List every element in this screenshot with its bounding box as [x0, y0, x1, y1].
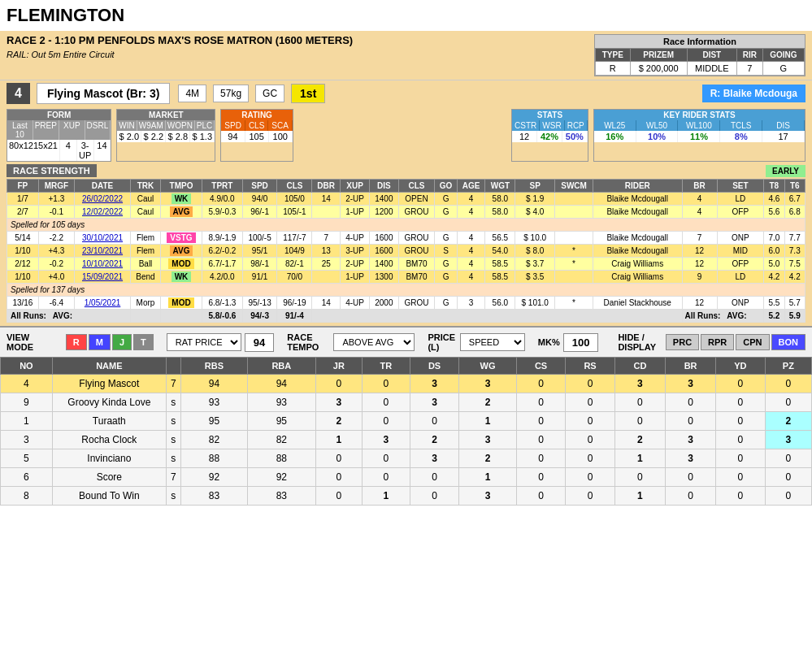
ct-val-yd: 0	[716, 412, 766, 431]
trk: Flem	[131, 232, 161, 245]
view-btn-m[interactable]: M	[89, 334, 111, 350]
dis: 1600	[370, 245, 398, 258]
ct-val-rbs: 94	[180, 375, 247, 393]
ct-val-jr: 3	[315, 393, 362, 412]
date[interactable]: 1/05/2021	[74, 297, 130, 310]
key-rider-panel: KEY RIDER STATS WL25 WL50 WL100 TCLS DIS…	[593, 109, 805, 162]
ct-val-rs: 0	[566, 393, 615, 412]
date[interactable]: 26/02/2022	[74, 193, 130, 206]
th-sp: SP	[515, 180, 555, 193]
ct-val-cs: 0	[516, 468, 566, 487]
ct-val-jr: 1	[315, 431, 362, 449]
hd-btn-cpn[interactable]: CPN	[736, 334, 769, 350]
ct-val-rbs: 93	[180, 393, 247, 412]
stats2-col-rcp: RCP	[565, 120, 588, 131]
ct-val-rs: 0	[566, 412, 615, 431]
mk-label: MK%	[538, 337, 560, 347]
date[interactable]: 15/09/2021	[74, 271, 130, 284]
ct-rbs: RBS	[180, 358, 247, 375]
age: 4	[457, 245, 485, 258]
ct-val-jr: 0	[315, 487, 362, 506]
swcm: *	[555, 258, 593, 271]
rider: Blaike Mcdougall	[593, 232, 682, 245]
ct-val-yd: 0	[716, 431, 766, 449]
spelled-text: Spelled for 105 days	[7, 219, 805, 232]
ct-name: NAME	[52, 358, 166, 375]
date[interactable]: 12/02/2022	[74, 206, 130, 219]
rating-col-spd: SPD	[221, 120, 245, 131]
table-row: 5/14 -2.2 30/10/2021 Flem VSTG 8.9/-1.9 …	[7, 232, 805, 245]
fp: 5/14	[7, 232, 39, 245]
sp: $ 10.0	[515, 232, 555, 245]
rider: Blaike Mcdougall	[593, 245, 682, 258]
br: 4	[682, 206, 717, 219]
dbr: 25	[312, 258, 341, 271]
ct-val-cd: 0	[614, 468, 665, 487]
hd-btn-bon[interactable]: BON	[771, 334, 805, 350]
view-mode-buttons: R M J T	[66, 334, 154, 350]
hd-btn-prc[interactable]: PRC	[666, 334, 699, 350]
val-type: R	[596, 62, 631, 76]
form-val-last10: 80x1215x21	[7, 140, 60, 161]
rating-col-cls: CLS	[245, 120, 268, 131]
ct-val-icon: s	[166, 487, 180, 506]
cls: 96/-19	[277, 297, 312, 310]
dbr: 14	[312, 193, 341, 206]
avg-extra: 91/-4	[277, 310, 312, 323]
go: G	[435, 258, 457, 271]
age: 3	[457, 297, 485, 310]
race-table-section: RACE STRENGTH EARLY FP MRGF DATE TRK TMP…	[0, 164, 812, 326]
table-row: 1/7 +1.3 26/02/2022 Caul WK 4.9/0.0 94/0…	[7, 193, 805, 206]
comp-row: 3 Rocha Clock s 82 82 1 3 2 3 0 0 2 3 0 …	[1, 431, 812, 449]
br: 12	[682, 297, 717, 310]
view-btn-r[interactable]: R	[66, 334, 87, 350]
ct-val-cs: 0	[516, 449, 566, 468]
form-col-xup: XUP	[59, 120, 85, 140]
key-rider-col-dis: DIS	[762, 120, 805, 131]
ct-val-tr: 1	[362, 487, 410, 506]
race-tempo-select[interactable]: ABOVE AVG BELOW AVG AVG STRONG	[333, 333, 415, 351]
ct-val-no: 3	[1, 431, 53, 449]
view-btn-t[interactable]: T	[133, 334, 154, 350]
ct-val-wg: 1	[459, 468, 516, 487]
view-btn-j[interactable]: J	[112, 334, 132, 350]
date[interactable]: 23/10/2021	[74, 245, 130, 258]
race-rail: RAIL: Out 5m Entire Circuit	[7, 50, 594, 59]
ct-val-ds: 0	[410, 468, 459, 487]
rrat-value: 94	[245, 333, 274, 352]
set: LD	[717, 271, 764, 284]
fp: 2/12	[7, 258, 39, 271]
rating-val-sca: 100	[269, 131, 293, 142]
price-select[interactable]: SPEED MARKET RATING	[460, 333, 525, 351]
dbr: 13	[312, 245, 341, 258]
ct-val-name: Invinciano	[52, 449, 166, 468]
hd-btn-rpr[interactable]: RPR	[701, 334, 734, 350]
race-banner-left: RACE 2 - 1:10 PM PENFOLDS MAX'S ROSE MAT…	[7, 34, 594, 59]
wgt: 56.5	[485, 232, 515, 245]
price-box: PRICE (L) SPEED MARKET RATING	[428, 332, 524, 352]
th-go: GO	[435, 180, 457, 193]
col-type: TYPE	[596, 49, 631, 62]
br: 12	[682, 258, 717, 271]
ct-val-rba: 92	[247, 468, 315, 487]
ct-val-cs: 0	[516, 393, 566, 412]
table-row: 2/12 -0.2 10/10/2021 Ball MOD 6.7/-1.7 9…	[7, 258, 805, 271]
cls: 117/-7	[277, 232, 312, 245]
xup: 1-UP	[341, 271, 370, 284]
ct-val-ds: 3	[410, 449, 459, 468]
br: 9	[682, 271, 717, 284]
spelled-text: Spelled for 137 days	[7, 284, 805, 297]
date[interactable]: 30/10/2021	[74, 232, 130, 245]
horse-position: 1st	[291, 84, 325, 103]
fp: 1/10	[7, 271, 39, 284]
t8: 4.2	[764, 271, 784, 284]
ct-val-br: 3	[666, 449, 716, 468]
ct-val-rba: 94	[247, 375, 315, 393]
stats2-data: 12 42% 50%	[512, 131, 588, 142]
rrat-select[interactable]: RAT PRICE	[167, 333, 241, 351]
date[interactable]: 10/10/2021	[74, 258, 130, 271]
tprt: 5.9/-0.3	[202, 206, 243, 219]
ct-val-no: 8	[1, 487, 53, 506]
ct-val-rba: 95	[247, 412, 315, 431]
ct-val-pz: 0	[765, 393, 811, 412]
